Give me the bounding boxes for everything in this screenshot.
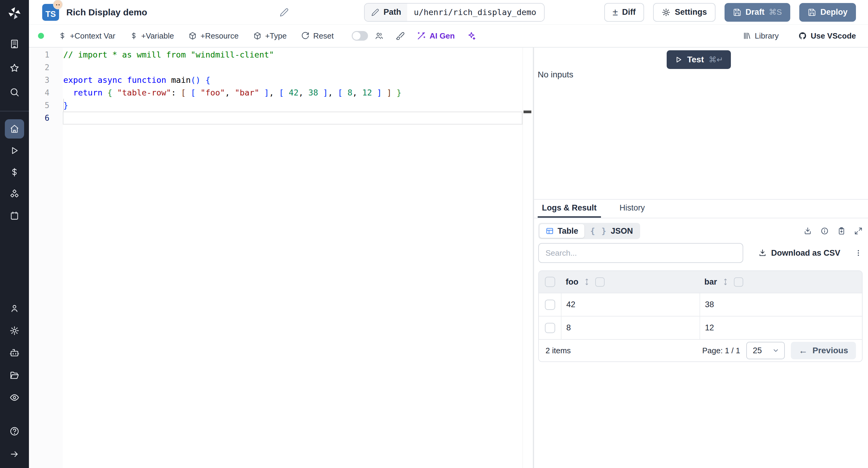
table-icon bbox=[546, 227, 554, 235]
line-number: 4 bbox=[29, 87, 63, 99]
sidebar bbox=[0, 0, 29, 468]
sidebar-item-variables[interactable] bbox=[5, 163, 24, 182]
play-icon bbox=[9, 145, 20, 156]
add-context-var-button[interactable]: +Context Var bbox=[59, 31, 116, 41]
dollar-icon bbox=[9, 167, 20, 177]
folder-open-icon bbox=[9, 370, 20, 380]
info-icon[interactable] bbox=[820, 227, 829, 235]
table-row[interactable]: 42 38 bbox=[539, 293, 862, 316]
search-input[interactable] bbox=[538, 243, 743, 263]
ai-sparkles-button[interactable] bbox=[467, 31, 476, 40]
sort-icon[interactable] bbox=[584, 278, 590, 286]
items-count: 2 items bbox=[546, 346, 571, 355]
expand-icon[interactable] bbox=[854, 227, 863, 235]
run-section: Test ⌘↵ No inputs bbox=[534, 47, 868, 200]
code-line[interactable]: export async function main() { bbox=[63, 74, 533, 87]
sidebar-item-favorites[interactable] bbox=[5, 59, 24, 78]
table-menu-icon[interactable] bbox=[854, 249, 863, 257]
download-icon bbox=[758, 249, 767, 257]
sidebar-item-home[interactable] bbox=[5, 119, 24, 138]
row-checkbox[interactable] bbox=[545, 300, 555, 310]
windmill-logo-icon[interactable] bbox=[7, 5, 22, 21]
add-resource-button[interactable]: +Resource bbox=[188, 31, 239, 41]
result-table: foo bar bbox=[538, 270, 863, 362]
sidebar-item-settings[interactable] bbox=[5, 325, 24, 337]
column-header-bar[interactable]: bar bbox=[704, 277, 717, 287]
path-selector[interactable]: Path u/henri/rich_display_demo bbox=[364, 3, 545, 22]
add-type-button[interactable]: +Type bbox=[253, 31, 287, 41]
code-line[interactable] bbox=[63, 61, 533, 74]
search-icon bbox=[9, 87, 20, 97]
bot-icon bbox=[9, 348, 20, 358]
line-number-active: 6 bbox=[29, 112, 63, 124]
package-icon bbox=[253, 32, 261, 40]
code-line[interactable]: // import * as wmill from "windmill-clie… bbox=[63, 48, 533, 61]
deploy-button[interactable]: Deploy bbox=[799, 3, 856, 22]
sidebar-item-runs[interactable] bbox=[5, 141, 24, 160]
sidebar-item-folders[interactable] bbox=[5, 369, 24, 381]
sparkles-icon bbox=[467, 31, 476, 40]
library-button[interactable]: Library bbox=[743, 31, 778, 41]
preview-panel: Test ⌘↵ No inputs Logs & Result History bbox=[534, 47, 868, 468]
view-toggle-json[interactable]: { } JSON bbox=[584, 224, 639, 238]
select-all-checkbox[interactable] bbox=[545, 277, 555, 287]
language-badge-label: TS bbox=[45, 10, 56, 19]
test-button[interactable]: Test ⌘↵ bbox=[667, 50, 731, 69]
table-header-row: foo bar bbox=[539, 271, 862, 293]
edit-title-icon[interactable] bbox=[280, 8, 289, 17]
sidebar-item-audit[interactable] bbox=[5, 392, 24, 404]
code-line[interactable]: return { "table-row": [ [ "foo", "bar" ]… bbox=[63, 87, 533, 99]
app-window: TS Rich Display demo Path u/ bbox=[0, 0, 868, 468]
multiplayer-button[interactable] bbox=[375, 31, 384, 40]
status-dot bbox=[38, 33, 44, 39]
view-toggle: Table { } JSON bbox=[538, 223, 640, 239]
tab-history[interactable]: History bbox=[615, 200, 649, 218]
format-button[interactable] bbox=[396, 31, 405, 40]
settings-button[interactable]: Settings bbox=[653, 3, 715, 22]
star-icon bbox=[9, 63, 20, 73]
previous-page-button[interactable]: ← Previous bbox=[791, 342, 856, 359]
use-vscode-button[interactable]: Use VScode bbox=[798, 31, 856, 41]
ai-gen-button[interactable]: AI Gen bbox=[417, 31, 455, 41]
diff-mode-toggle[interactable] bbox=[352, 31, 368, 41]
eye-icon bbox=[9, 392, 20, 403]
code-area[interactable]: // import * as wmill from "windmill-clie… bbox=[63, 47, 533, 468]
download-result-icon[interactable] bbox=[804, 227, 812, 235]
reset-button[interactable]: Reset bbox=[301, 31, 334, 41]
view-toggle-table[interactable]: Table bbox=[539, 224, 584, 238]
sidebar-collapse-toggle[interactable] bbox=[5, 448, 24, 460]
home-icon bbox=[9, 124, 20, 134]
tab-logs-result[interactable]: Logs & Result bbox=[538, 200, 601, 218]
download-csv-button[interactable]: Download as CSV bbox=[758, 248, 840, 258]
draft-button[interactable]: Draft ⌘S bbox=[724, 3, 790, 22]
code-line[interactable]: } bbox=[63, 99, 533, 112]
sidebar-item-workers[interactable] bbox=[5, 347, 24, 359]
code-line[interactable] bbox=[63, 112, 533, 124]
table-footer: 2 items Page: 1 / 1 25 bbox=[539, 339, 862, 361]
sort-icon[interactable] bbox=[722, 278, 728, 286]
sidebar-item-help[interactable] bbox=[5, 425, 24, 437]
sidebar-item-search[interactable] bbox=[5, 82, 24, 102]
code-editor[interactable]: 1 2 3 4 5 6 // import * as wmill from "w… bbox=[29, 47, 533, 468]
line-number: 2 bbox=[29, 61, 63, 74]
help-circle-icon bbox=[9, 426, 20, 436]
users-icon bbox=[375, 31, 384, 40]
column-header-foo[interactable]: foo bbox=[566, 277, 578, 287]
plus-minus-icon: ± bbox=[613, 7, 618, 18]
table-row[interactable]: 8 12 bbox=[539, 316, 862, 339]
row-checkbox[interactable] bbox=[545, 323, 555, 333]
github-icon bbox=[798, 31, 807, 40]
arrow-left-icon: ← bbox=[799, 345, 808, 356]
page-size-select[interactable]: 25 bbox=[746, 342, 785, 359]
logs-section: Logs & Result History bbox=[534, 200, 868, 468]
sidebar-item-users[interactable] bbox=[5, 302, 24, 314]
save-icon bbox=[733, 8, 741, 16]
column-filter-checkbox[interactable] bbox=[734, 277, 743, 287]
copy-result-icon[interactable] bbox=[837, 227, 846, 235]
column-filter-checkbox[interactable] bbox=[595, 277, 604, 287]
sidebar-item-resources[interactable] bbox=[5, 184, 24, 204]
diff-button[interactable]: ± Diff bbox=[604, 3, 644, 22]
sidebar-item-schedules[interactable] bbox=[5, 206, 24, 225]
sidebar-item-workspace[interactable] bbox=[5, 34, 24, 54]
add-variable-button[interactable]: +Variable bbox=[130, 31, 174, 41]
